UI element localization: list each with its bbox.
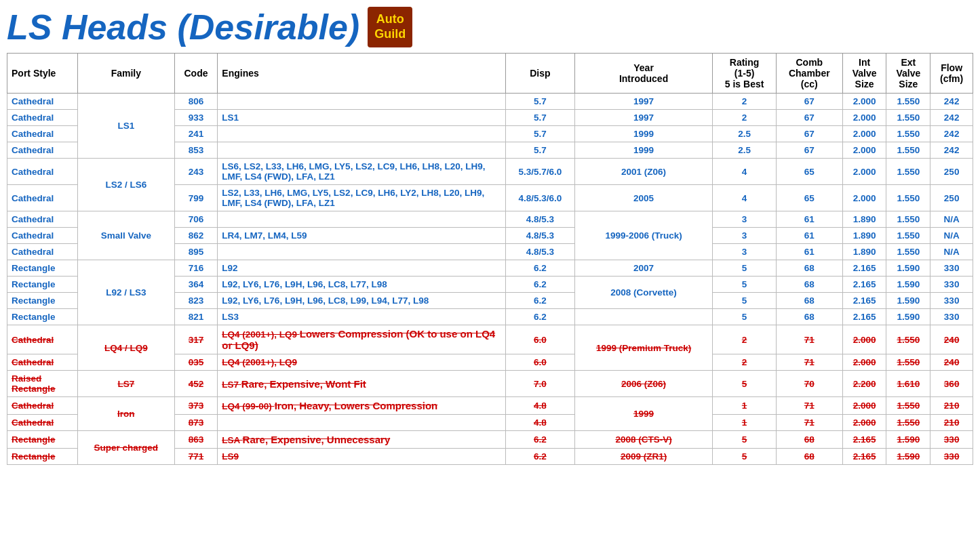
cell-flow: 330 bbox=[930, 260, 973, 277]
cell-family: LS2 / LS6 bbox=[77, 159, 174, 211]
cell-year: 1997 bbox=[574, 110, 712, 126]
cell-code: 823 bbox=[174, 293, 218, 309]
cell-port-style: RaisedRectangle bbox=[7, 371, 78, 397]
cell-rating: 1 bbox=[713, 415, 777, 431]
cell-disp: 4.8 bbox=[505, 415, 574, 431]
cell-port-style: Rectangle bbox=[7, 309, 78, 325]
cell-code: 243 bbox=[174, 159, 218, 185]
cell-disp: 5.3/5.7/6.0 bbox=[505, 159, 574, 185]
cell-chamber: 68 bbox=[776, 277, 842, 293]
cell-ext-valve: 1.550 bbox=[886, 126, 930, 142]
cell-engines bbox=[218, 142, 506, 159]
cell-code: 853 bbox=[174, 142, 218, 159]
cell-int-valve: 2.000 bbox=[842, 126, 886, 142]
cell-port-style: Cathedral bbox=[7, 325, 78, 354]
cell-disp: 6.2 bbox=[505, 431, 574, 449]
cell-rating: 5 bbox=[713, 260, 777, 277]
cell-year: 2008 (Corvette) bbox=[574, 277, 712, 309]
cell-ext-valve: 1.610 bbox=[886, 371, 930, 397]
cell-code: 373 bbox=[174, 397, 218, 415]
cell-rating: 5 bbox=[713, 293, 777, 309]
cell-int-valve: 2.165 bbox=[842, 449, 886, 465]
cell-ext-valve: 1.550 bbox=[886, 110, 930, 126]
logo-badge: Auto Guild bbox=[368, 7, 412, 47]
cell-int-valve: 2.000 bbox=[842, 397, 886, 415]
cell-rating: 1 bbox=[713, 397, 777, 415]
cell-year: 2005 bbox=[574, 185, 712, 211]
cell-engines: L92, LY6, L76, L9H, L96, LC8, L99, L94, … bbox=[218, 293, 506, 309]
cell-port-style: Cathedral bbox=[7, 415, 78, 431]
cell-int-valve: 2.165 bbox=[842, 277, 886, 293]
cell-chamber: 68 bbox=[776, 309, 842, 325]
cell-int-valve: 2.000 bbox=[842, 110, 886, 126]
cell-disp: 6.2 bbox=[505, 309, 574, 325]
cell-port-style: Cathedral bbox=[7, 244, 78, 260]
cell-code: 241 bbox=[174, 126, 218, 142]
cell-engines: LS2, L33, LH6, LMG, LY5, LS2, LC9, LH6, … bbox=[218, 185, 506, 211]
cell-rating: 5 bbox=[713, 431, 777, 449]
cell-disp: 6.2 bbox=[505, 449, 574, 465]
cell-code: 862 bbox=[174, 228, 218, 244]
cell-family: Iron bbox=[77, 397, 174, 431]
col-flow: Flow(cfm) bbox=[930, 54, 973, 94]
cell-rating: 3 bbox=[713, 228, 777, 244]
cell-rating: 5 bbox=[713, 277, 777, 293]
cell-disp: 4.8/5.3 bbox=[505, 244, 574, 260]
cell-flow: 242 bbox=[930, 94, 973, 110]
cell-year: 2001 (Z06) bbox=[574, 159, 712, 185]
cell-ext-valve: 1.590 bbox=[886, 260, 930, 277]
cell-flow: 242 bbox=[930, 142, 973, 159]
cell-int-valve: 2.000 bbox=[842, 415, 886, 431]
cell-disp: 5.7 bbox=[505, 126, 574, 142]
cell-ext-valve: 1.590 bbox=[886, 293, 930, 309]
cell-chamber: 67 bbox=[776, 142, 842, 159]
col-rating: Rating(1-5)5 is Best bbox=[713, 54, 777, 94]
col-year: YearIntroduced bbox=[574, 54, 712, 94]
cell-engines bbox=[218, 94, 506, 110]
header-row: LS Heads (Desirable) Auto Guild bbox=[7, 7, 973, 47]
page-container: LS Heads (Desirable) Auto Guild Port Sty… bbox=[0, 0, 980, 472]
cell-flow: 242 bbox=[930, 110, 973, 126]
cell-year: 2006 (Z06) bbox=[574, 371, 712, 397]
cell-port-style: Cathedral bbox=[7, 185, 78, 211]
cell-flow: 242 bbox=[930, 126, 973, 142]
cell-flow: 360 bbox=[930, 371, 973, 397]
cell-family: LS7 bbox=[77, 371, 174, 397]
cell-disp: 4.8/5.3 bbox=[505, 228, 574, 244]
cell-flow: 240 bbox=[930, 325, 973, 354]
cell-flow: 210 bbox=[930, 397, 973, 415]
cell-family: Small Valve bbox=[77, 211, 174, 260]
col-port-style: Port Style bbox=[7, 54, 78, 94]
cell-family: Super charged bbox=[77, 431, 174, 465]
cell-engines bbox=[218, 211, 506, 228]
cell-engines bbox=[218, 415, 506, 431]
cell-port-style: Rectangle bbox=[7, 293, 78, 309]
cell-chamber: 68 bbox=[776, 431, 842, 449]
cell-ext-valve: 1.550 bbox=[886, 211, 930, 228]
cell-int-valve: 1.890 bbox=[842, 211, 886, 228]
cell-rating: 5 bbox=[713, 371, 777, 397]
cell-year: 1999-2006 (Truck) bbox=[574, 211, 712, 260]
cell-flow: N/A bbox=[930, 228, 973, 244]
cell-engines: LS6, LS2, L33, LH6, LMG, LY5, LS2, LC9, … bbox=[218, 159, 506, 185]
cell-chamber: 71 bbox=[776, 354, 842, 371]
cell-chamber: 71 bbox=[776, 415, 842, 431]
cell-int-valve: 2.165 bbox=[842, 293, 886, 309]
cell-engines: LR4, LM7, LM4, L59 bbox=[218, 228, 506, 244]
cell-code: 895 bbox=[174, 244, 218, 260]
cell-chamber: 71 bbox=[776, 397, 842, 415]
cell-rating: 2 bbox=[713, 354, 777, 371]
cell-engines: LS7 Rare, Expensive, Wont Fit bbox=[218, 371, 506, 397]
cell-int-valve: 2.000 bbox=[842, 94, 886, 110]
cell-flow: 330 bbox=[930, 293, 973, 309]
cell-engines: LS9 bbox=[218, 449, 506, 465]
cell-port-style: Cathedral bbox=[7, 94, 78, 110]
cell-year: 1999 bbox=[574, 397, 712, 431]
cell-engines bbox=[218, 244, 506, 260]
cell-chamber: 67 bbox=[776, 94, 842, 110]
col-chamber: CombChamber(cc) bbox=[776, 54, 842, 94]
page-title: LS Heads (Desirable) bbox=[7, 7, 359, 47]
cell-chamber: 70 bbox=[776, 371, 842, 397]
cell-ext-valve: 1.550 bbox=[886, 397, 930, 415]
cell-rating: 2.5 bbox=[713, 142, 777, 159]
